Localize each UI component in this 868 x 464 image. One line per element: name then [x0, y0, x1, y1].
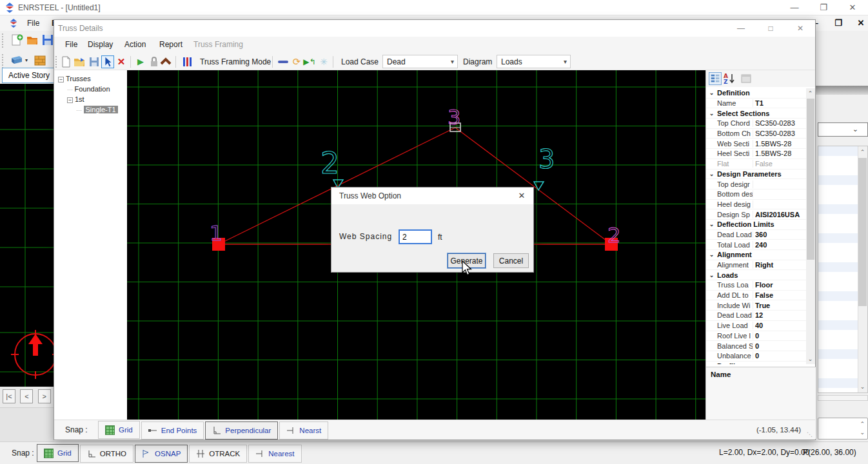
property-value[interactable]: False	[753, 160, 807, 168]
property-row-alignment[interactable]: AlignmentRight	[706, 260, 807, 271]
property-grid[interactable]: ⌄DefinitionNameT1⌄Select SectionsTop Cho…	[706, 88, 807, 364]
property-row-top-chord[interactable]: Top ChordSC350-0283	[706, 119, 807, 129]
chevron-down-icon[interactable]: ⌄	[706, 221, 717, 227]
property-row-roof-live-l[interactable]: Roof Live l0	[706, 331, 807, 342]
horizontal-scrollbar[interactable]	[818, 395, 868, 401]
chevron-down-icon[interactable]: ⌄	[706, 363, 717, 364]
beam-tool-icon[interactable]	[10, 54, 23, 67]
save-icon[interactable]	[88, 55, 101, 68]
property-value[interactable]: SC350-0283	[753, 130, 807, 137]
scroll-up-icon[interactable]: ⌃	[806, 88, 814, 99]
save-icon[interactable]	[41, 34, 54, 46]
menu-file[interactable]: File	[21, 16, 46, 30]
nav-prev-button[interactable]: <	[20, 389, 33, 403]
tree-item-trusses[interactable]: −Trusses	[54, 73, 127, 84]
chevron-down-icon[interactable]: ⌄	[706, 272, 717, 278]
nav-next-button[interactable]: >	[38, 389, 51, 403]
property-value[interactable]: 40	[753, 322, 807, 329]
property-row-heel-desig[interactable]: Heel desig	[706, 200, 807, 210]
refresh-icon[interactable]: ⟳	[290, 55, 303, 68]
property-category-definition[interactable]: ⌄Definition	[706, 88, 807, 99]
scrollbar-thumb[interactable]	[858, 158, 867, 306]
property-row-balanced-s[interactable]: Balanced S0	[706, 341, 807, 351]
app-minimize-icon[interactable]: —	[784, 1, 805, 14]
property-row-unbalance[interactable]: Unbalance0	[706, 351, 807, 362]
property-category-alignment[interactable]: ⌄Alignment	[706, 250, 807, 260]
property-row-design-sp[interactable]: Design SpAISI2016USA	[706, 209, 807, 220]
load-case-combo[interactable]: Dead ▾	[382, 55, 458, 68]
brick-tool-icon[interactable]	[34, 54, 46, 67]
diagram-combo[interactable]: Loads ▾	[497, 55, 571, 68]
property-value[interactable]: AISI2016USA	[753, 211, 807, 218]
truss-minimize-icon[interactable]: —	[728, 21, 754, 35]
mdi-restore-icon[interactable]: ❐	[830, 17, 847, 29]
property-category-profile[interactable]: ⌄Profile	[706, 362, 807, 364]
property-row-live-load[interactable]: Live Load40	[706, 321, 807, 331]
tree-item-single-t1[interactable]: ··· Single-T1	[54, 104, 127, 115]
tree-expander-icon[interactable]: −	[58, 77, 64, 82]
property-row-truss-loa[interactable]: Truss LoaFloor	[706, 280, 807, 291]
property-value[interactable]: SC350-0283	[753, 119, 807, 127]
property-value[interactable]: True	[753, 302, 807, 309]
categorized-icon[interactable]	[709, 72, 722, 85]
chevron-down-icon[interactable]: ⌄	[706, 90, 717, 96]
property-value[interactable]: False	[753, 291, 807, 299]
property-row-web-secti[interactable]: Web Secti1.5BWS-28	[706, 139, 807, 149]
truss-menu-framing[interactable]: Truss Framing	[186, 37, 250, 52]
tree-item-foundation[interactable]: ··· Foundation	[54, 84, 127, 94]
property-value[interactable]: Right	[753, 261, 807, 269]
spinner-arrows-icon[interactable]: ⌃⌄	[860, 420, 865, 437]
property-value[interactable]: 12	[753, 311, 807, 319]
delete-icon[interactable]: ✕	[115, 55, 128, 68]
chevron-down-icon[interactable]: ⌄	[706, 171, 717, 177]
dimension-line-icon[interactable]	[277, 55, 290, 68]
scroll-down-icon[interactable]: ⌄	[806, 354, 814, 364]
properties-scrollbar[interactable]: ⌃ ⌄	[806, 88, 815, 364]
property-row-add-dl-to[interactable]: Add DL toFalse	[706, 291, 807, 301]
snap-button-nearest[interactable]: Nearest	[248, 445, 301, 463]
chevron-down-icon[interactable]: ⌄	[706, 251, 717, 258]
nav-first-button[interactable]: |<	[3, 389, 15, 403]
truss-menu-display[interactable]: Display	[81, 37, 120, 52]
vertical-scrollbar[interactable]: ⌃⌄	[858, 146, 867, 392]
property-row-top-desigr[interactable]: Top desigr	[706, 179, 807, 189]
chevron-down-icon[interactable]: ⌄	[706, 110, 717, 117]
open-file-icon[interactable]	[26, 34, 39, 46]
property-row-total-load[interactable]: Total Load240	[706, 240, 807, 250]
property-row-flat[interactable]: FlatFalse	[706, 159, 807, 169]
run-step-icon[interactable]: ▶↰	[303, 55, 316, 68]
property-value[interactable]: 240	[753, 241, 807, 249]
property-value[interactable]: 0	[753, 342, 807, 350]
dialog-close-icon[interactable]: ✕	[510, 188, 533, 204]
snap-button-osnap[interactable]: OSNAP	[135, 445, 188, 463]
truss-tree-panel[interactable]: −Trusses··· Foundation−1st··· Single-T1	[54, 70, 127, 439]
select-arrow-icon[interactable]	[101, 55, 114, 68]
open-file-icon[interactable]	[73, 55, 86, 68]
property-row-dead-load[interactable]: Dead Load12	[706, 311, 807, 321]
snap-button-grid[interactable]: Grid	[98, 421, 140, 439]
property-row-name[interactable]: NameT1	[706, 99, 807, 109]
snap-button-ortho[interactable]: ORTHO	[80, 445, 133, 463]
property-value[interactable]: 360	[753, 231, 807, 238]
truss-menu-report[interactable]: Report	[152, 37, 190, 52]
active-story-button[interactable]: Active Story	[2, 68, 56, 83]
right-panel-list[interactable]: ⌃⌄	[818, 146, 868, 393]
property-value[interactable]: 1.5BWS-28	[753, 150, 807, 157]
truss-close-icon[interactable]: ✕	[787, 21, 813, 35]
snap-button-end-points[interactable]: End Points	[141, 421, 204, 440]
new-file-icon[interactable]	[59, 55, 72, 68]
scrollbar-thumb[interactable]	[807, 99, 814, 260]
snap-button-perpendicular[interactable]: Perpendicular	[205, 421, 278, 440]
app-maximize-icon[interactable]: ❐	[813, 1, 834, 14]
scroll-down-icon[interactable]: ⌄	[858, 382, 867, 392]
framing-bars-icon[interactable]	[181, 55, 193, 68]
resize-grip-icon[interactable]: ⋱	[807, 431, 813, 438]
property-category-deflection-limits[interactable]: ⌄Deflection Limits	[706, 220, 807, 230]
snap-button-otrack[interactable]: OTRACK	[189, 445, 247, 463]
collapse-chevron-icon[interactable]	[159, 55, 172, 68]
run-icon[interactable]: ▶	[134, 55, 147, 68]
spin-input[interactable]: ⌃⌄	[818, 418, 868, 440]
property-category-design-parameters[interactable]: ⌄Design Parameters	[706, 169, 807, 180]
web-spacing-input[interactable]	[399, 229, 432, 244]
tree-expander-icon[interactable]: −	[67, 97, 73, 103]
